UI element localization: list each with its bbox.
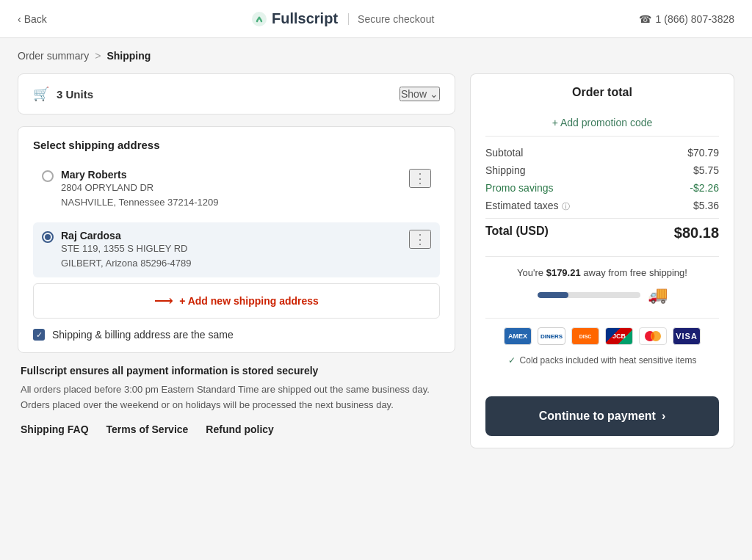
continue-label: Continue to payment [539, 410, 656, 423]
add-address-button[interactable]: ⟶ + Add new shipping address [33, 283, 440, 319]
subtotal-value: $70.79 [687, 147, 719, 159]
free-shipping-suffix: away from free shipping! [583, 267, 687, 278]
logo: Fullscript [251, 10, 338, 27]
security-description: All orders placed before 3:00 pm Eastern… [21, 382, 452, 413]
breadcrumb-step1[interactable]: Order summary [18, 50, 89, 62]
order-total-title: Order total [485, 86, 719, 99]
show-label: Show [401, 88, 427, 100]
security-section: Fullscript ensures all payment informati… [18, 365, 455, 435]
left-panel: 🛒 3 Units Show ⌄ Select shipping address… [18, 73, 455, 448]
breadcrumb-separator: > [95, 50, 101, 62]
back-label: Back [24, 13, 47, 25]
secure-label: Secure checkout [348, 13, 434, 25]
top-bar: ‹ Back Fullscript Secure checkout ☎ 1 (8… [0, 0, 752, 38]
header-center: Fullscript Secure checkout [251, 10, 434, 27]
chevron-left-icon: ‹ [18, 13, 21, 25]
subtotal-row: Subtotal $70.79 [485, 147, 719, 159]
svg-point-1 [258, 16, 261, 18]
same-address-label: Shipping & billing address are the same [52, 329, 234, 341]
address-card: Select shipping address Mary Roberts 280… [18, 126, 455, 353]
check-icon: ✓ [36, 330, 43, 340]
breadcrumb: Order summary > Shipping [0, 38, 752, 73]
chevron-right-icon: › [662, 410, 665, 423]
promo-savings-row: Promo savings -$2.26 [485, 182, 719, 194]
radio-button-2[interactable] [42, 231, 54, 243]
total-row: Total (USD) $80.18 [485, 218, 719, 241]
progress-fill [538, 292, 568, 298]
footer-links: Shipping FAQ Terms of Service Refund pol… [21, 423, 452, 435]
visa-icon: VISA [673, 327, 701, 345]
shipping-row: Shipping $5.75 [485, 164, 719, 176]
free-shipping-prefix: You're [517, 267, 543, 278]
terms-link[interactable]: Terms of Service [106, 423, 189, 435]
address-options-1[interactable]: ⋮ [409, 169, 431, 188]
same-address-checkbox[interactable]: ✓ [33, 329, 45, 341]
address-line2-1: NASHVILLE, Tennessee 37214-1209 [61, 195, 218, 210]
cold-packs-label: Cold packs included with heat sensitive … [520, 355, 697, 366]
diners-icon: DINERS [538, 327, 565, 345]
same-address-row[interactable]: ✓ Shipping & billing address are the sam… [33, 329, 440, 341]
address-line1-2: STE 119, 1355 S HIGLEY RD [61, 241, 192, 256]
add-promo-button[interactable]: + Add promotion code [485, 109, 719, 137]
continue-to-payment-button[interactable]: Continue to payment › [485, 396, 719, 436]
shipping-label: Shipping [485, 164, 526, 176]
phone-icon: ☎ [639, 13, 651, 25]
breadcrumb-step2: Shipping [106, 50, 151, 62]
progress-bar-container: 🚚 [485, 286, 719, 305]
payment-icons: AMEX DINERS DISC JCB VISA [485, 318, 719, 351]
cold-packs-row: ✓ Cold packs included with heat sensitiv… [485, 351, 719, 373]
total-value: $80.18 [674, 225, 719, 241]
progress-track [538, 292, 640, 298]
taxes-label-group: Estimated taxes ⓘ [485, 200, 570, 212]
shipping-value: $5.75 [693, 164, 719, 176]
promo-savings-value: -$2.26 [690, 182, 719, 194]
right-panel: Order total + Add promotion code Subtota… [470, 73, 734, 448]
info-icon: ⓘ [562, 202, 570, 211]
address-name-2: Raj Cardosa [61, 230, 192, 241]
shipping-faq-link[interactable]: Shipping FAQ [21, 423, 89, 435]
add-address-label: + Add new shipping address [179, 295, 319, 307]
order-total-card: Order total + Add promotion code Subtota… [470, 73, 734, 385]
address-card-title: Select shipping address [33, 139, 440, 151]
units-count: 3 Units [57, 88, 93, 101]
show-button[interactable]: Show ⌄ [400, 87, 440, 101]
discover-icon: DISC [571, 327, 599, 345]
taxes-value: $5.36 [693, 200, 719, 212]
free-shipping-section: You're $179.21 away from free shipping! … [485, 256, 719, 318]
amex-icon: AMEX [504, 327, 532, 345]
jcb-icon: JCB [605, 327, 633, 345]
cart-icon: 🛒 [33, 86, 49, 102]
logo-text: Fullscript [272, 10, 338, 27]
chevron-down-icon: ⌄ [430, 88, 438, 100]
address-options-2[interactable]: ⋮ [409, 230, 431, 249]
arrow-right-icon: ⟶ [154, 293, 173, 309]
address-item-2[interactable]: Raj Cardosa STE 119, 1355 S HIGLEY RD GI… [33, 222, 440, 277]
promo-savings-label: Promo savings [485, 182, 554, 194]
units-card: 🛒 3 Units Show ⌄ [18, 73, 455, 114]
refund-link[interactable]: Refund policy [206, 423, 274, 435]
main-layout: 🛒 3 Units Show ⌄ Select shipping address… [0, 73, 752, 466]
phone-number: 1 (866) 807-3828 [656, 13, 734, 25]
mastercard-icon [639, 327, 667, 345]
cold-packs-check-icon: ✓ [508, 355, 516, 366]
address-item-1[interactable]: Mary Roberts 2804 OPRYLAND DR NASHVILLE,… [33, 161, 440, 217]
free-shipping-amount: $179.21 [546, 267, 581, 278]
taxes-row: Estimated taxes ⓘ $5.36 [485, 200, 719, 212]
right-card-bottom: Continue to payment › [470, 385, 734, 448]
free-shipping-text: You're $179.21 away from free shipping! [485, 267, 719, 278]
taxes-label: Estimated taxes [485, 200, 559, 211]
address-name-1: Mary Roberts [61, 169, 218, 181]
truck-icon: 🚚 [648, 286, 668, 305]
total-label: Total (USD) [485, 225, 549, 241]
address-line2-2: GILBERT, Arizona 85296-4789 [61, 256, 192, 271]
radio-button-1[interactable] [42, 170, 54, 182]
logo-icon [251, 11, 267, 27]
back-link[interactable]: ‹ Back [18, 13, 47, 25]
totals-section: Subtotal $70.79 Shipping $5.75 Promo sav… [485, 147, 719, 256]
address-line1-1: 2804 OPRYLAND DR [61, 181, 218, 195]
phone-section: ☎ 1 (866) 807-3828 [639, 13, 734, 25]
subtotal-label: Subtotal [485, 147, 523, 159]
security-title: Fullscript ensures all payment informati… [21, 365, 452, 377]
